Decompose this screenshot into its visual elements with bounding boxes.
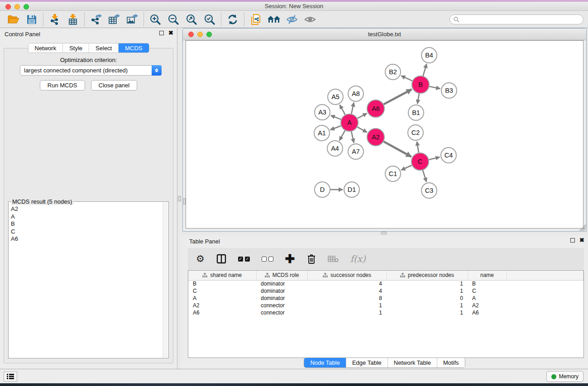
graph-node-C1[interactable]: C1	[385, 166, 401, 181]
graph-edge-A-A5[interactable]	[340, 105, 345, 115]
network-window-titlebar[interactable]: testGlobe.txt	[183, 29, 586, 40]
graph-edge-A-A4[interactable]	[339, 130, 345, 140]
settings-gear-icon[interactable]: ⚙	[196, 254, 205, 263]
network-graph[interactable]: B4B2BB3A8A5A6A3B1AA1C2A2A4A7C4CC1C3DD1	[186, 41, 583, 229]
tab-mcds[interactable]: MCDS	[119, 43, 148, 52]
result-item[interactable]: C	[11, 228, 168, 236]
graph-edge-A-A2[interactable]	[358, 127, 367, 133]
graph-edge-B-B3[interactable]	[430, 86, 440, 89]
graph-edge-A-A7[interactable]	[351, 132, 354, 143]
graph-node-C3[interactable]: C3	[421, 183, 437, 198]
graph-node-B[interactable]: B	[412, 76, 429, 93]
unselect-all-icon[interactable]	[262, 257, 273, 262]
graph-edge-B-B4[interactable]	[423, 64, 427, 76]
close-window-button[interactable]	[5, 4, 11, 10]
graph-node-B3[interactable]: B3	[441, 83, 457, 98]
graph-node-C2[interactable]: C2	[408, 125, 423, 140]
show-tool-panel-icon[interactable]	[301, 12, 319, 27]
tab-motifs[interactable]: Motifs	[437, 358, 465, 367]
close-panel-button[interactable]: Close panel	[91, 80, 138, 91]
close-panel-icon[interactable]: ✖	[168, 31, 173, 35]
optimization-criterion-dropdown[interactable]: largest connected component (directed)	[20, 65, 162, 76]
column-header[interactable]: MCDS role	[256, 271, 307, 280]
column-header[interactable]: shared name	[188, 271, 256, 280]
save-session-icon[interactable]	[23, 12, 41, 27]
graph-node-A7[interactable]: A7	[348, 144, 363, 159]
close-table-panel-icon[interactable]: ✖	[579, 238, 584, 243]
scrollbar-track[interactable]	[163, 202, 168, 357]
graph-node-A1[interactable]: A1	[314, 125, 330, 141]
table-row[interactable]: A6connector11A6	[188, 309, 583, 316]
result-item[interactable]: A2	[11, 205, 168, 213]
graph-node-A2[interactable]: A2	[367, 129, 384, 146]
export-image-icon[interactable]	[123, 12, 141, 27]
graph-edge-C-C4[interactable]	[429, 157, 440, 159]
result-item[interactable]: B	[11, 220, 168, 228]
tab-select[interactable]: Select	[89, 43, 119, 52]
minimize-network-window-button[interactable]	[197, 32, 203, 37]
tab-edge-table[interactable]: Edge Table	[346, 358, 388, 367]
graph-edge-B-B2[interactable]	[401, 76, 412, 81]
select-all-icon[interactable]: ✓✓	[238, 257, 250, 262]
graph-node-A8[interactable]: A8	[348, 86, 363, 101]
export-table-icon[interactable]	[105, 12, 123, 27]
float-panel-icon[interactable]	[159, 31, 164, 35]
add-column-icon[interactable]: ✚	[285, 254, 295, 264]
graph-node-A3[interactable]: A3	[315, 105, 330, 120]
network-canvas[interactable]: B4B2BB3A8A5A6A3B1AA1C2A2A4A7C4CC1C3DD1	[186, 40, 583, 229]
open-file-icon[interactable]	[5, 12, 23, 27]
graph-edge-A-A3[interactable]	[331, 115, 341, 119]
table-row[interactable]: Bdominator41B	[188, 280, 583, 287]
refresh-icon[interactable]	[224, 12, 242, 27]
graph-edge-A-A8[interactable]	[351, 103, 354, 114]
graph-node-B4[interactable]: B4	[421, 48, 437, 63]
task-history-button[interactable]	[4, 372, 17, 381]
tab-node-table[interactable]: Node Table	[304, 358, 346, 367]
import-network-icon[interactable]	[46, 12, 64, 27]
graph-edge-A6-B[interactable]	[384, 89, 412, 104]
tab-network-table[interactable]: Network Table	[388, 358, 437, 367]
graph-node-A[interactable]: A	[341, 114, 358, 131]
graph-edge-A2-C[interactable]	[384, 142, 411, 157]
zoom-selected-icon[interactable]	[201, 12, 219, 27]
graph-edge-B-B1[interactable]	[417, 94, 419, 104]
column-header[interactable]: predecessor nodes	[387, 271, 468, 280]
maximize-window-button[interactable]	[24, 4, 29, 10]
graph-node-C[interactable]: C	[411, 153, 429, 170]
graph-edge-C-C1[interactable]	[401, 165, 412, 170]
minimize-window-button[interactable]	[14, 4, 20, 10]
export-network-icon[interactable]	[87, 12, 105, 27]
zoom-out-icon[interactable]	[164, 12, 182, 27]
duplicate-network-icon[interactable]	[247, 12, 265, 27]
maximize-network-window-button[interactable]	[206, 32, 212, 37]
zoom-fit-icon[interactable]	[182, 12, 201, 27]
column-header[interactable]: name	[468, 271, 507, 280]
birds-eye-view-icon[interactable]	[265, 12, 283, 27]
import-table-icon[interactable]	[64, 12, 82, 27]
graph-edge-C-C3[interactable]	[423, 170, 426, 182]
graph-node-C4[interactable]: C4	[441, 148, 456, 163]
search-input[interactable]	[459, 15, 583, 24]
table-row[interactable]: A2connector11A2	[188, 302, 583, 309]
split-pane-grip[interactable]	[381, 232, 387, 234]
delete-column-icon[interactable]	[307, 254, 316, 264]
table-row[interactable]: Cdominator41C	[188, 287, 583, 295]
graph-edge-C-C2[interactable]	[417, 142, 419, 152]
table-row[interactable]: Adominator80A	[188, 295, 583, 302]
show-columns-icon[interactable]	[216, 254, 226, 264]
close-network-window-button[interactable]	[188, 32, 194, 37]
graph-node-A5[interactable]: A5	[328, 89, 343, 105]
graph-node-D1[interactable]: D1	[344, 182, 359, 197]
graph-node-B2[interactable]: B2	[385, 64, 401, 80]
graph-edge-A-A6[interactable]	[358, 113, 367, 118]
memory-button[interactable]: Memory	[546, 371, 583, 382]
graph-node-A6[interactable]: A6	[367, 100, 384, 117]
tab-style[interactable]: Style	[63, 43, 89, 52]
zoom-in-icon[interactable]	[146, 12, 164, 27]
run-mcds-button[interactable]: Run MCDS	[40, 80, 85, 91]
graph-node-D[interactable]: D	[315, 182, 330, 197]
search-field[interactable]	[449, 14, 583, 24]
hide-tool-panel-icon[interactable]	[283, 12, 301, 27]
graph-node-B1[interactable]: B1	[408, 105, 424, 120]
float-table-panel-icon[interactable]	[570, 238, 575, 243]
